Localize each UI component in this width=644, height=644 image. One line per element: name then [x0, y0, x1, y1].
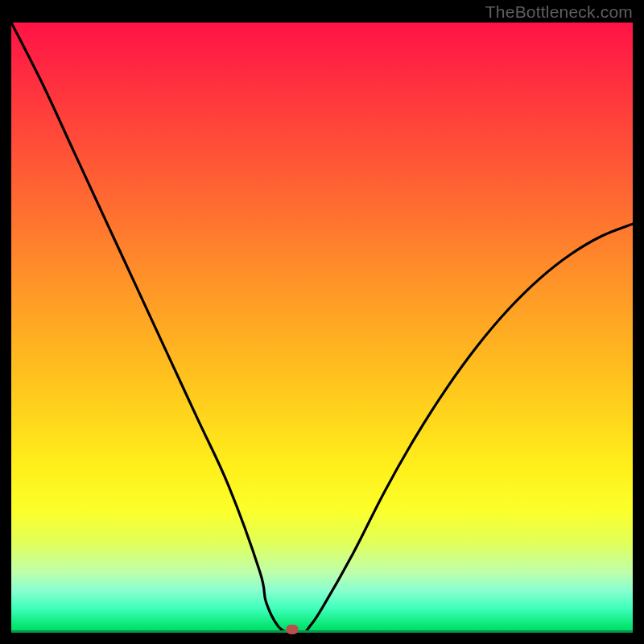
- minimum-marker: [286, 625, 298, 634]
- plot-area: [11, 23, 633, 633]
- bottleneck-curve: [11, 23, 633, 633]
- baseline-strip: [11, 630, 633, 633]
- chart-frame: TheBottleneck.com: [0, 0, 644, 644]
- curve-path: [11, 23, 633, 633]
- attribution-label: TheBottleneck.com: [485, 2, 633, 22]
